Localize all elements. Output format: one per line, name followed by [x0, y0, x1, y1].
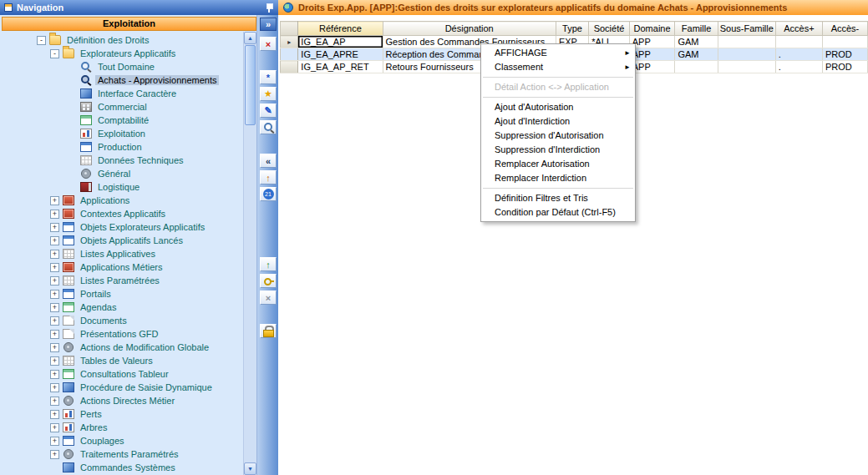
tree-item-actions-de-modification-globale[interactable]: +Actions de Modification Globale — [0, 341, 243, 354]
tree-expander-icon[interactable]: + — [50, 343, 59, 352]
menu-item-suppression-d-autorisation[interactable]: Suppression d'Autorisation — [481, 129, 635, 143]
tree-item-explorateurs-applicatifs[interactable]: -Explorateurs Applicatifs — [0, 47, 243, 60]
menu-item-condition-par-defaut-ctrl-f5[interactable]: Condition par Défaut (Ctrl-F5) — [481, 205, 635, 220]
lock-button[interactable] — [260, 324, 277, 338]
tree-expander-icon[interactable]: + — [50, 410, 59, 419]
tree-item-perts[interactable]: +Perts — [0, 407, 243, 421]
cell-reference[interactable]: IG_EA_AP — [298, 36, 383, 48]
tree-item-presentations-gfd[interactable]: +Présentations GFD — [0, 327, 243, 341]
tree-item-consultations-tableur[interactable]: +Consultations Tableur — [0, 367, 243, 381]
tree-expander-icon[interactable]: + — [50, 276, 59, 286]
tree-expander-icon[interactable]: + — [50, 383, 59, 392]
tree-item-arbres[interactable]: +Arbres — [0, 421, 243, 434]
tree-expander-icon[interactable]: + — [50, 223, 59, 232]
cell-acces[interactable]: . — [775, 61, 822, 73]
close-button[interactable]: × — [260, 37, 277, 51]
tree-expander-icon[interactable]: + — [50, 316, 59, 326]
menu-item-definition-filtres-et-tris[interactable]: Définition Filtres et Tris — [481, 191, 635, 205]
tree-item-tout-domaine[interactable]: Tout Domaine — [0, 60, 243, 73]
cell-famille[interactable]: GAM — [675, 48, 718, 61]
tree-expander-icon[interactable]: - — [37, 36, 46, 45]
collapse-panel-button[interactable]: » — [260, 18, 277, 31]
tree-item-commercial[interactable]: Commercial — [0, 100, 243, 114]
cell-reference[interactable]: IG_EA_APRE — [298, 48, 383, 61]
move-up-button[interactable]: ↑ — [260, 170, 277, 184]
tree-scrollbar[interactable]: ▲ ▼ — [243, 32, 256, 475]
tree-item-objets-applicatifs-lances[interactable]: +Objets Applicatifs Lancés — [0, 234, 243, 247]
tree-expander-icon[interactable]: + — [50, 303, 59, 312]
cell-acces[interactable] — [822, 36, 867, 48]
tree-item-general[interactable]: Général — [0, 167, 243, 180]
tree-expander-icon[interactable]: + — [50, 250, 59, 259]
menu-item-remplacer-interdiction[interactable]: Remplacer Interdiction — [481, 171, 635, 185]
cell-sous-famille[interactable] — [718, 36, 775, 48]
tree-item-documents[interactable]: +Documents — [0, 314, 243, 327]
cell-famille[interactable]: GAM — [675, 36, 718, 48]
clear-button[interactable]: × — [260, 291, 277, 305]
menu-item-ajout-d-autorisation[interactable]: Ajout d'Autorisation — [481, 100, 635, 114]
tree-expander-icon[interactable]: + — [50, 437, 59, 446]
column-header-reference[interactable]: Référence — [298, 22, 383, 36]
tree-expander-icon[interactable]: + — [50, 397, 59, 406]
scroll-thumb[interactable] — [245, 45, 256, 125]
pin-icon[interactable] — [265, 3, 274, 13]
tree-item-interface-caractere[interactable]: Interface Caractère — [0, 87, 243, 100]
menu-item-ajout-d-interdiction[interactable]: Ajout d'Interdiction — [481, 114, 635, 129]
cell-domaine[interactable]: APP — [629, 36, 675, 48]
tree-item-definition-des-droits[interactable]: -Définition des Droits — [0, 33, 243, 47]
history-button[interactable]: 21 — [260, 187, 277, 201]
tree-item-applications-metiers[interactable]: +Applications Métiers — [0, 260, 243, 274]
search-button[interactable] — [260, 120, 277, 134]
cell-acces[interactable] — [775, 36, 822, 48]
key-button[interactable] — [260, 274, 277, 288]
column-header-sous-famille[interactable]: Sous-Famille — [718, 22, 775, 36]
cell-domaine[interactable]: APP — [629, 61, 675, 73]
tree-item-couplages[interactable]: +Couplages — [0, 434, 243, 447]
menu-item-classement[interactable]: Classement► — [481, 60, 635, 74]
menu-item-remplacer-autorisation[interactable]: Remplacer Autorisation — [481, 157, 635, 171]
column-header-societe[interactable]: Société — [589, 22, 630, 36]
row-selector[interactable] — [281, 61, 298, 73]
row-selector[interactable] — [281, 48, 298, 61]
tree-item-actions-directes-metier[interactable]: +Actions Directes Métier — [0, 394, 243, 407]
tree-item-applications[interactable]: +Applications — [0, 194, 243, 207]
menu-item-affichage[interactable]: AFFICHAGE► — [481, 46, 635, 60]
options-button[interactable]: * — [260, 70, 277, 84]
cell-sous-famille[interactable] — [718, 48, 775, 61]
tree-item-contextes-applicatifs[interactable]: +Contextes Applicatifs — [0, 207, 243, 220]
tree-expander-icon[interactable]: + — [50, 263, 59, 272]
tree-item-traitements-parametres[interactable]: +Traitements Paramétrés — [0, 447, 243, 461]
cell-sous-famille[interactable] — [718, 61, 775, 73]
row-selector[interactable]: ▸ — [281, 36, 298, 48]
cell-domaine[interactable]: APP — [629, 48, 675, 61]
tree-expander-icon[interactable]: + — [50, 423, 59, 432]
scroll-up-button[interactable]: ▲ — [244, 32, 256, 44]
scroll-down-button[interactable]: ▼ — [244, 462, 256, 475]
column-header-famille[interactable]: Famille — [675, 22, 718, 36]
tree-expander-icon[interactable]: + — [50, 236, 59, 245]
cell-famille[interactable] — [675, 61, 718, 73]
tree-item-agendas[interactable]: +Agendas — [0, 301, 243, 314]
tree-item-comptabilite[interactable]: Comptabilité — [0, 114, 243, 127]
column-header-domaine[interactable]: Domaine — [629, 22, 675, 36]
tree-item-exploitation[interactable]: Exploitation — [0, 127, 243, 140]
tree-item-donnees-techniques[interactable]: Données Techniques — [0, 154, 243, 167]
tree-item-achats-approvisionnements[interactable]: Achats - Approvisionnements — [0, 73, 243, 87]
cell-acces[interactable]: PROD — [822, 48, 867, 61]
collapse-all-button[interactable]: « — [260, 154, 277, 168]
tree-expander-icon[interactable]: + — [50, 210, 59, 219]
cell-acces[interactable]: . — [775, 48, 822, 61]
tree-expander-icon[interactable]: + — [50, 370, 59, 379]
favorites-button[interactable]: ★ — [260, 87, 277, 101]
tree-item-portails[interactable]: +Portails — [0, 287, 243, 301]
tree-expander-icon[interactable]: + — [50, 330, 59, 339]
tree-expander-icon[interactable]: - — [50, 49, 59, 58]
tree-item-listes-applicatives[interactable]: +Listes Applicatives — [0, 247, 243, 260]
tree-expander-icon[interactable]: + — [50, 290, 59, 299]
tree-item-tables-de-valeurs[interactable]: +Tables de Valeurs — [0, 354, 243, 367]
cell-acces[interactable]: PROD — [822, 61, 867, 73]
tree-expander-icon[interactable]: + — [50, 450, 59, 459]
tree-item-commandes-systemes[interactable]: Commandes Systèmes — [0, 461, 243, 474]
tree-item-logistique[interactable]: Logistique — [0, 180, 243, 194]
column-header-acces[interactable]: Accès+ — [775, 22, 822, 36]
